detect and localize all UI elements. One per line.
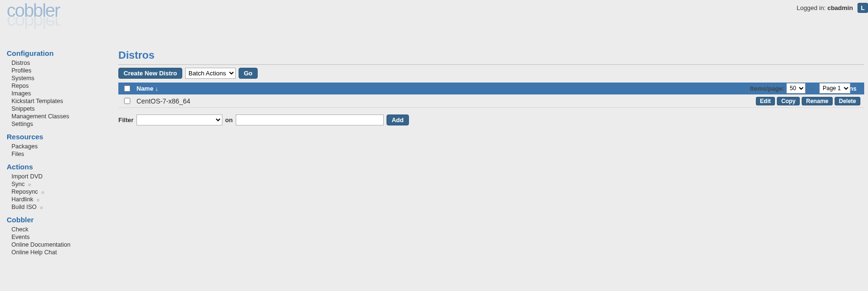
delete-button[interactable]: Delete (835, 97, 860, 105)
logged-in-label: Logged in: (797, 4, 826, 11)
sidebar-item[interactable]: Management Classes (11, 113, 110, 120)
sidebar-item[interactable]: Import DVD (11, 173, 110, 180)
sidebar: ConfigurationDistrosProfilesSystemsRepos… (0, 44, 115, 258)
sidebar-item[interactable]: Check (11, 226, 110, 233)
filter-value-input[interactable] (236, 114, 384, 125)
sidebar-item-label: Packages (11, 143, 38, 150)
filter-add-button[interactable]: Add (387, 114, 409, 125)
sidebar-section-title: Cobbler (7, 216, 110, 224)
sidebar-item[interactable]: Snippets (11, 105, 110, 113)
sidebar-item-label: Build ISO (11, 204, 37, 210)
sidebar-item-label: Check (11, 226, 28, 233)
sidebar-item[interactable]: Reposync ☼ (11, 188, 110, 196)
page-title: Distros (118, 49, 864, 62)
batch-actions-select[interactable]: Batch Actions (185, 68, 236, 79)
pager-next[interactable]: → (852, 85, 862, 92)
sidebar-item[interactable]: Events (11, 233, 110, 241)
gear-icon: ☼ (39, 205, 43, 210)
sidebar-item-label: Snippets (11, 105, 35, 112)
sidebar-item[interactable]: Settings (11, 120, 110, 128)
logo: cobbler cobbler (7, 4, 83, 28)
logo-reflection: cobbler (7, 15, 83, 29)
sidebar-item[interactable]: Profiles (11, 67, 110, 74)
sidebar-item[interactable]: Online Documentation (11, 241, 110, 249)
sidebar-section-title: Resources (7, 133, 110, 141)
items-per-page-select[interactable]: 50 (786, 83, 805, 94)
sidebar-item-label: Reposync (11, 188, 38, 195)
sidebar-section-title: Actions (7, 163, 110, 171)
go-button[interactable]: Go (239, 68, 258, 79)
copy-button[interactable]: Copy (777, 97, 800, 105)
create-new-distro-button[interactable]: Create New Distro (118, 68, 182, 79)
select-all-checkbox[interactable] (124, 85, 130, 92)
sidebar-item-label: Systems (11, 75, 34, 82)
sidebar-item-label: Files (11, 151, 24, 157)
items-per-page-label: Items/page: (750, 85, 784, 92)
sidebar-item[interactable]: Build ISO ☼ (11, 203, 110, 211)
sidebar-item-label: Import DVD (11, 173, 42, 180)
sidebar-item-label: Repos (11, 83, 29, 89)
sidebar-item[interactable]: Packages (11, 143, 110, 150)
logout-button[interactable]: L (858, 3, 868, 13)
sidebar-item-label: Sync (11, 181, 25, 187)
sidebar-item-label: Management Classes (11, 113, 69, 120)
sidebar-item[interactable]: Files (11, 150, 110, 158)
table-header: Name ↓ Actions Items/page: 50 ← Page 1 → (118, 83, 864, 94)
rename-button[interactable]: Rename (802, 97, 833, 105)
gear-icon: ☼ (27, 182, 31, 187)
sidebar-item-label: Kickstart Templates (11, 98, 63, 104)
divider (118, 64, 864, 65)
sidebar-item[interactable]: Hardlink ☼ (11, 196, 110, 203)
edit-button[interactable]: Edit (756, 97, 775, 105)
sidebar-item[interactable]: Repos (11, 82, 110, 90)
gear-icon: ☼ (41, 189, 45, 195)
pager: Items/page: 50 ← Page 1 → (750, 82, 862, 94)
column-name[interactable]: Name ↓ (134, 85, 834, 92)
filter-row: Filter on Add (118, 114, 864, 125)
row-name[interactable]: CentOS-7-x86_64 (134, 97, 756, 105)
top-bar: Logged in: cbadmin L (0, 0, 868, 16)
sidebar-item[interactable]: Images (11, 90, 110, 97)
sidebar-item-label: Online Documentation (11, 241, 71, 248)
sidebar-item-label: Online Help Chat (11, 249, 57, 256)
action-bar: Create New Distro Batch Actions Go (118, 68, 864, 79)
main-content: Distros Create New Distro Batch Actions … (115, 44, 868, 125)
table-row: CentOS-7-x86_64EditCopyRenameDelete (118, 94, 864, 108)
sidebar-item-label: Profiles (11, 67, 31, 74)
sidebar-item[interactable]: Kickstart Templates (11, 97, 110, 105)
sidebar-item[interactable]: Systems (11, 74, 110, 82)
row-checkbox[interactable] (124, 98, 130, 104)
sidebar-item-label: Images (11, 90, 31, 97)
sidebar-item-label: Settings (11, 121, 33, 127)
sidebar-item-label: Distros (11, 60, 30, 66)
table: Name ↓ Actions Items/page: 50 ← Page 1 →… (118, 83, 864, 108)
sidebar-item[interactable]: Distros (11, 59, 110, 67)
filter-on-label: on (225, 116, 233, 124)
gear-icon: ☼ (36, 197, 40, 202)
sidebar-section-title: Configuration (7, 49, 110, 57)
sidebar-item-label: Hardlink (11, 196, 33, 203)
filter-field-select[interactable] (136, 114, 222, 125)
filter-label: Filter (118, 116, 134, 124)
username: cbadmin (827, 4, 853, 11)
sidebar-item[interactable]: Sync ☼ (11, 180, 110, 188)
row-actions: EditCopyRenameDelete (756, 97, 860, 105)
sidebar-item-label: Events (11, 234, 30, 240)
pager-prev[interactable]: ← (807, 85, 817, 92)
page-select[interactable]: Page 1 (819, 83, 850, 94)
sidebar-item[interactable]: Online Help Chat (11, 249, 110, 256)
